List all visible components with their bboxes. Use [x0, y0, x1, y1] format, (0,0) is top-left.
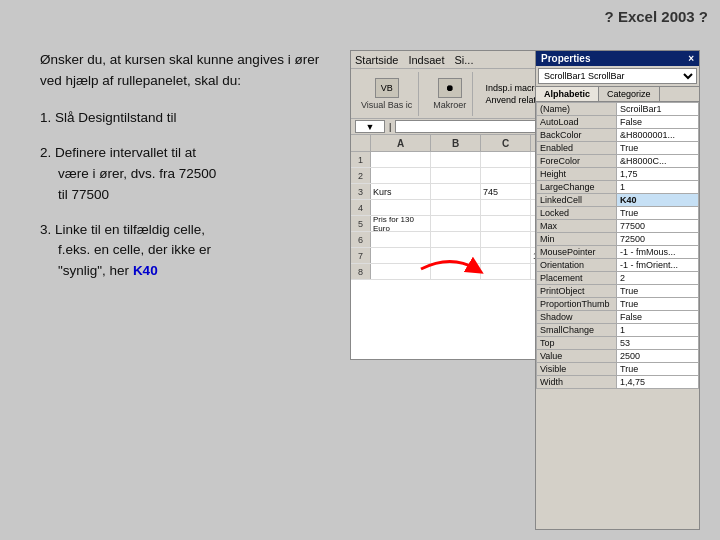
table-row: LockedTrue — [537, 207, 699, 220]
menu-indsaet[interactable]: Indsaet — [408, 54, 444, 66]
scrollbar-dropdown[interactable]: ScrollBar1 ScrollBar — [538, 68, 697, 84]
table-row: Width1,4,75 — [537, 376, 699, 389]
makroer-label: Makroer — [433, 100, 466, 110]
table-row: (Name)ScroilBar1 — [537, 103, 699, 116]
table-row: Placement2 — [537, 272, 699, 285]
main-content: Ønsker du, at kursen skal kunne angives … — [40, 50, 700, 510]
table-row: EnabledTrue — [537, 142, 699, 155]
table-row: BackColor&H8000001... — [537, 129, 699, 142]
tab-categorize[interactable]: Categorize — [599, 87, 660, 101]
table-row: ProportionThumbTrue — [537, 298, 699, 311]
table-row: Height1,75 — [537, 168, 699, 181]
step1: 1. Slå Designtilstand til — [40, 108, 340, 129]
right-panel: Startside Indsaet Si... VB Visual Bas ic… — [350, 50, 700, 510]
ribbon-group-makroer: ⏺ Makroer — [427, 72, 473, 116]
table-row: ForeColor&H8000C... — [537, 155, 699, 168]
properties-title-bar: Properties × — [536, 51, 699, 66]
table-row: SmallChange1 — [537, 324, 699, 337]
table-row: Top53 — [537, 337, 699, 350]
properties-title: Properties — [541, 53, 590, 64]
table-row: Min72500 — [537, 233, 699, 246]
properties-tabs: Alphabetic Categorize — [536, 87, 699, 102]
table-row: ShadowFalse — [537, 311, 699, 324]
table-row: VisibleTrue — [537, 363, 699, 376]
step3: 3. Linke til en tilfældig celle, f.eks. … — [40, 220, 340, 283]
properties-dropdown-row: ScrollBar1 ScrollBar — [536, 66, 699, 87]
visual-basic-label: Visual Bas ic — [361, 100, 412, 110]
intro-text: Ønsker du, at kursen skal kunne angives … — [40, 50, 340, 92]
col-b-header: B — [431, 135, 481, 151]
col-c-header: C — [481, 135, 531, 151]
makroer-icon[interactable]: ⏺ — [438, 78, 462, 98]
properties-table-container: (Name)ScroilBar1AutoLoadFalseBackColor&H… — [536, 102, 699, 520]
properties-panel: Properties × ScrollBar1 ScrollBar Alphab… — [535, 50, 700, 530]
table-row: Max77500 — [537, 220, 699, 233]
table-row: LinkedCellK40 — [537, 194, 699, 207]
menu-startside[interactable]: Startside — [355, 54, 398, 66]
visual-basic-icon[interactable]: VB — [375, 78, 399, 98]
col-a-header: A — [371, 135, 431, 151]
tab-alphabetic[interactable]: Alphabetic — [536, 87, 599, 101]
step2: 2. Definere intervallet til at være i ør… — [40, 143, 340, 206]
ribbon-group-visual: VB Visual Bas ic — [355, 72, 419, 116]
table-row: MousePointer-1 - fmMous... — [537, 246, 699, 259]
name-box[interactable]: ▼ — [355, 120, 385, 133]
table-row: Orientation-1 - fmOrient... — [537, 259, 699, 272]
table-row: AutoLoadFalse — [537, 116, 699, 129]
table-row: LargeChange1 — [537, 181, 699, 194]
top-bar-label: ? Excel 2003 ? — [605, 8, 708, 25]
table-row: Value2500 — [537, 350, 699, 363]
properties-close-icon[interactable]: × — [688, 53, 694, 64]
text-panel: Ønsker du, at kursen skal kunne angives … — [40, 50, 340, 510]
table-row: PrintObjectTrue — [537, 285, 699, 298]
k40-highlight: K40 — [133, 263, 158, 278]
menu-si[interactable]: Si... — [455, 54, 474, 66]
formula-sep: | — [389, 122, 391, 132]
properties-table: (Name)ScroilBar1AutoLoadFalseBackColor&H… — [536, 102, 699, 389]
corner-cell — [351, 135, 371, 151]
